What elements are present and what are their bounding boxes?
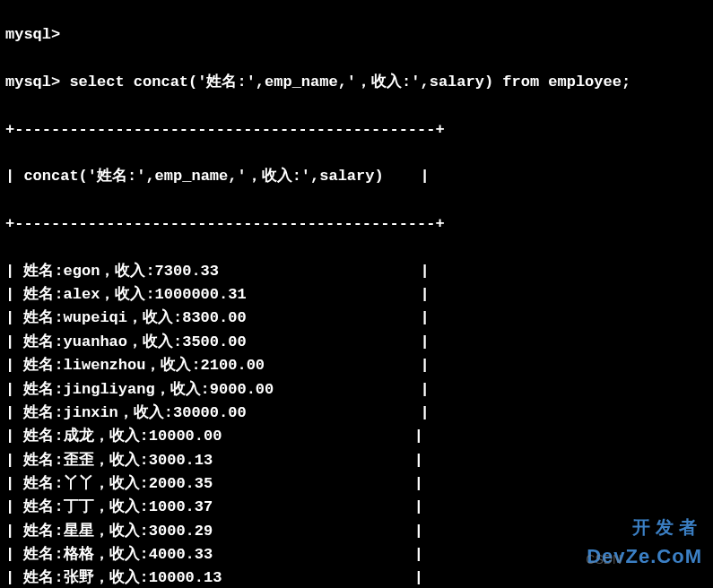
table-row: | 姓名:egon，收入:7300.33 | (5, 260, 708, 283)
table-header: | concat('姓名:',emp_name,'，收入:',salary) | (5, 165, 708, 188)
watermark-csdn: CSDN (586, 550, 622, 570)
table-row: | 姓名:wupeiqi，收入:8300.00 | (5, 307, 708, 330)
table-row: | 姓名:歪歪，收入:3000.13 | (5, 449, 708, 472)
table-row: | 姓名:jingliyang，收入:9000.00 | (5, 378, 708, 402)
table-row: | 姓名:alex，收入:1000000.31 | (5, 283, 708, 307)
watermark: CSDN 开发者 DevZe.CoM (587, 514, 702, 572)
sql-query: select concat('姓名:',emp_name,'，收入:',sala… (69, 74, 630, 91)
table-row: | 姓名:成龙，收入:10000.00 | (5, 425, 708, 448)
table-row: | 姓名:丫丫，收入:2000.35 | (5, 472, 708, 496)
query-line: mysql> select concat('姓名:',emp_name,'，收入… (5, 71, 708, 94)
prompt: mysql> (5, 74, 69, 91)
table-border-mid: +---------------------------------------… (5, 212, 708, 236)
table-border-top: +---------------------------------------… (5, 118, 708, 142)
table-row: | 姓名:yuanhao，收入:3500.00 | (5, 331, 708, 354)
prompt-partial: mysql> (5, 23, 708, 47)
table-row: | 姓名:jinxin，收入:30000.00 | (5, 402, 708, 425)
table-row: | 姓名:liwenzhou，收入:2100.00 | (5, 354, 708, 377)
mysql-terminal[interactable]: mysql> mysql> select concat('姓名:',emp_na… (0, 0, 713, 588)
watermark-cn: 开发者 (587, 514, 702, 541)
